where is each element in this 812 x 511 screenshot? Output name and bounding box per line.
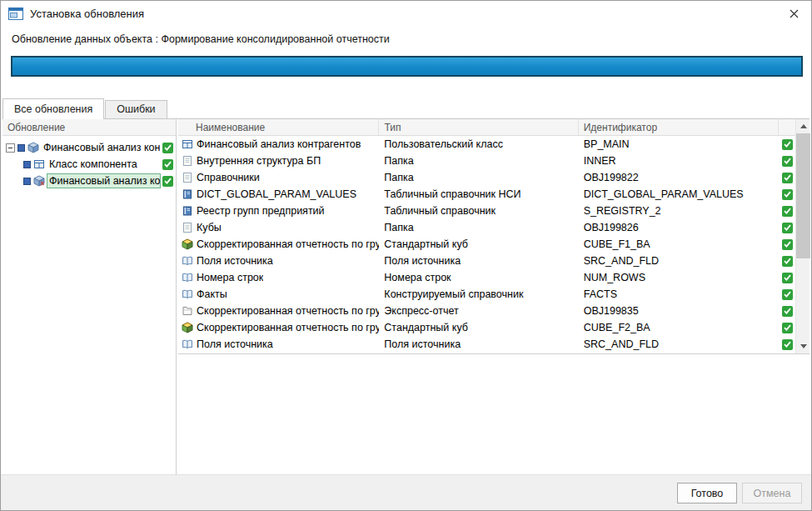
status-text: Обновление данных объекта : Формирование… [12,33,390,45]
row-name-text: Поля источника [197,338,273,350]
cell-status [779,139,795,150]
scroll-down-icon[interactable] [796,339,810,353]
row-name-text: Кубы [197,222,222,233]
table-body: Финансовый анализ контрагентовПользовате… [178,136,795,353]
open-book-icon [182,288,193,300]
tree-item-label: Финансовый анализ кон [47,174,160,188]
cell-status [779,273,795,283]
cell-id: SRC_AND_FLD [579,255,779,267]
node-bullet-icon [23,178,31,185]
window-title: Установка обновления [30,8,144,20]
cell-id: CUBE_F1_BA [579,238,779,250]
class-icon [182,138,193,150]
cell-status [779,189,795,200]
tree-item[interactable]: Финансовый анализ кон [2,173,176,189]
table-row[interactable]: Поля источникаПоля источникаSRC_AND_FLD [178,336,795,353]
cell-type: Номера строк [379,272,578,283]
node-bullet-icon [17,144,25,152]
cell-type: Конструируемый справочник [379,288,578,300]
row-name-text: Скорректированная отчетность по группа [197,305,379,317]
report-icon [182,305,193,317]
page-icon [182,155,193,167]
class-icon [33,158,45,170]
scroll-up-icon[interactable] [796,119,810,133]
table-row[interactable]: Реестр групп предприятийТабличный справо… [178,203,795,219]
table-row[interactable]: Финансовый анализ контрагентовПользовате… [178,136,795,153]
cell-type: Стандартный куб [379,238,578,250]
cell-type: Папка [379,172,578,183]
tab-all-updates[interactable]: Все обновления [2,98,104,119]
success-check-icon [782,173,793,183]
success-check-icon [782,339,793,350]
content-area: Обновление Финансовый анализ контрКласс … [2,118,810,474]
success-check-icon [162,159,173,170]
row-name-text: Реестр групп предприятий [197,205,325,217]
success-check-icon [782,273,793,283]
titlebar: Установка обновления [1,1,811,26]
table-row[interactable]: Скорректированная отчетность по группаЭк… [178,303,795,319]
row-name-text: Справочники [197,172,260,183]
success-check-icon [162,143,173,153]
vertical-scrollbar[interactable] [795,119,810,353]
table-row[interactable]: Скорректированная отчетность по группаСт… [178,236,795,253]
open-book-icon [182,255,193,267]
tree-column-header[interactable]: Обновление [2,119,176,136]
cell-type: Табличный справочник [379,205,578,217]
cell-status [779,306,795,317]
tree-item[interactable]: Класс компонента [2,156,176,173]
cell-type: Табличный справочник НСИ [379,188,578,200]
cell-id: FACTS [579,288,779,300]
table-row[interactable]: Внутренняя структура БППапкаINNER [178,153,795,169]
page-icon [182,222,193,233]
cube-icon [182,322,193,333]
cell-name: Поля источника [178,338,379,350]
success-check-icon [782,256,793,267]
done-button[interactable]: Готово [677,483,737,503]
tab-strip: Все обновления Ошибки [2,98,168,118]
progress-fill [12,58,801,75]
cell-type: Стандартный куб [379,322,578,333]
cell-id: S_REGISTRY_2 [579,205,779,217]
cell-name: Скорректированная отчетность по группа [178,238,379,250]
collapse-expander-icon[interactable] [6,143,15,153]
cell-name: Реестр групп предприятий [178,205,379,217]
table-row[interactable]: Номера строкНомера строкNUM_ROWS [178,269,795,286]
scrollbar-thumb[interactable] [796,133,810,258]
table-row[interactable]: ФактыКонструируемый справочникFACTS [178,286,795,303]
cube-root-icon [27,142,39,153]
tree-item[interactable]: Финансовый анализ контр [2,139,176,156]
cell-id: OBJ199822 [579,172,779,183]
row-name-text: Скорректированная отчетность по группа [197,322,379,333]
tree-item-label: Класс компонента [47,158,160,171]
column-header-id[interactable]: Идентификатор [579,119,779,135]
row-name-text: Скорректированная отчетность по группа [197,238,379,250]
success-check-icon [782,289,793,300]
cell-status [779,206,795,217]
column-header-status[interactable] [779,119,795,135]
cell-name: DICT_GLOBAL_PARAM_VALUES [178,188,379,200]
cell-id: CUBE_F2_BA [579,322,779,333]
cell-name: Внутренняя структура БП [178,155,379,167]
updates-table-panel: Наименование Тип Идентификатор Финансовы… [178,119,810,474]
open-book-icon [182,272,193,283]
table-row[interactable]: СправочникиПапкаOBJ199822 [178,169,795,186]
cell-id: NUM_ROWS [579,272,779,283]
update-install-dialog: Установка обновления Обновление данных о… [0,0,812,511]
success-check-icon [782,139,793,150]
table-row[interactable]: Скорректированная отчетность по группаСт… [178,319,795,336]
row-name-text: Внутренняя структура БП [197,155,321,167]
cell-type: Поля источника [379,338,578,350]
tab-errors[interactable]: Ошибки [105,100,167,118]
cube-icon [182,238,193,250]
table-row[interactable]: DICT_GLOBAL_PARAM_VALUESТабличный справо… [178,186,795,203]
column-header-name[interactable]: Наименование [178,119,379,135]
close-icon[interactable] [776,1,811,26]
column-header-type[interactable]: Тип [379,119,578,135]
update-tree-panel: Обновление Финансовый анализ контрКласс … [2,119,177,474]
tree-item-label: Финансовый анализ контр [42,141,160,154]
row-name-text: Номера строк [197,272,263,283]
table-row[interactable]: Поля источникаПоля источникаSRC_AND_FLD [178,253,795,269]
progress-bar [11,56,803,77]
table-header: Наименование Тип Идентификатор [178,119,795,136]
table-row[interactable]: КубыПапкаOBJ199826 [178,219,795,236]
